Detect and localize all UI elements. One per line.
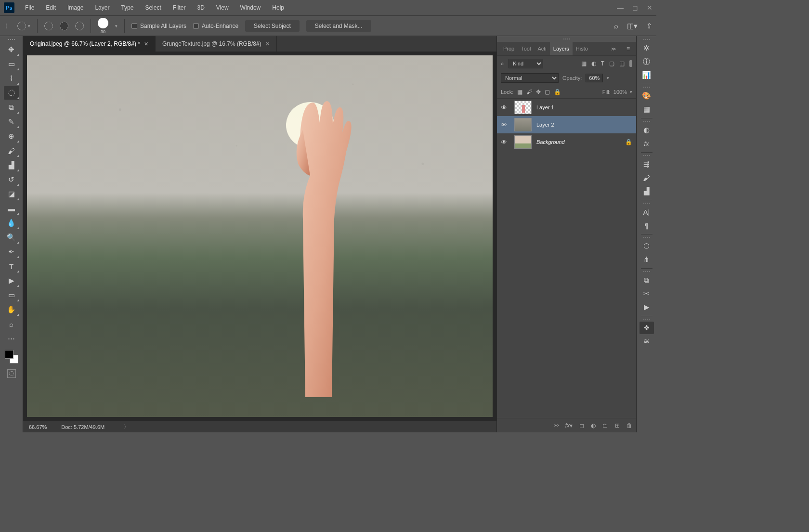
layer-thumbnail[interactable]	[514, 118, 532, 131]
chevron-down-icon[interactable]: ▾	[607, 76, 609, 80]
menu-3d[interactable]: 3D	[192, 1, 209, 14]
grip-icon[interactable]	[643, 271, 650, 272]
menu-help[interactable]: Help	[267, 1, 289, 14]
close-tab-icon[interactable]: ✕	[144, 41, 148, 47]
subtract-selection-icon[interactable]	[75, 22, 84, 30]
adjustment-layer-icon[interactable]: ◐	[591, 422, 596, 429]
zoom-level[interactable]: 66.67%	[29, 424, 47, 430]
lock-transparent-icon[interactable]: ▦	[517, 89, 522, 95]
healing-tool[interactable]: ⊕	[4, 130, 19, 143]
chevron-right-icon[interactable]: 〉	[124, 423, 129, 430]
document-tab[interactable]: Original.jpeg @ 66.7% (Layer 2, RGB/8#) …	[23, 36, 156, 52]
type-tool[interactable]: T	[4, 260, 19, 273]
stamp-tool[interactable]: ▟	[4, 158, 19, 172]
maximize-icon[interactable]: ◻	[632, 4, 638, 12]
eraser-tool[interactable]: ◪	[4, 187, 19, 201]
crop-tool[interactable]: ⧉	[4, 101, 19, 114]
lock-artboard-icon[interactable]: ▢	[545, 89, 550, 95]
grip-icon[interactable]	[8, 39, 15, 40]
delete-layer-icon[interactable]: 🗑	[626, 422, 632, 429]
color-icon[interactable]: 🎨	[639, 90, 654, 102]
sample-all-layers-checkbox[interactable]: Sample All Layers	[131, 23, 186, 29]
panel-grip-icon[interactable]	[497, 36, 636, 42]
doc-info[interactable]: Doc: 5.72M/49.6M	[61, 424, 104, 430]
styles-icon[interactable]: fx	[639, 137, 654, 150]
layer-mask-icon[interactable]: ◻	[579, 422, 584, 429]
history-brush-tool[interactable]: ↺	[4, 173, 19, 186]
eyedropper-tool[interactable]: ✎	[4, 115, 19, 129]
blur-tool[interactable]: 💧	[4, 216, 19, 230]
fill-value[interactable]: 100%	[613, 89, 627, 95]
shape-tool[interactable]: ▭	[4, 288, 19, 302]
layer-name[interactable]: Layer 2	[536, 122, 554, 128]
tab-properties[interactable]: Prop	[500, 42, 518, 55]
layer-row[interactable]: 👁 Background 🔒	[497, 133, 636, 151]
menu-file[interactable]: File	[20, 1, 39, 14]
layer-name[interactable]: Layer 1	[536, 104, 554, 110]
lock-position-icon[interactable]: ✥	[536, 89, 541, 95]
library-icon[interactable]: ⧉	[639, 274, 654, 286]
pen-tool[interactable]: ✒	[4, 245, 19, 259]
canvas[interactable]	[27, 55, 493, 417]
layer-thumbnail[interactable]	[514, 101, 532, 114]
channels-icon[interactable]: ≋	[639, 335, 654, 348]
layer-thumbnail[interactable]	[514, 135, 532, 149]
marquee-tool[interactable]: ▭	[4, 57, 19, 71]
gradient-tool[interactable]: ▬	[4, 202, 19, 215]
quick-select-tool[interactable]	[4, 86, 19, 100]
dodge-tool[interactable]: 🔍	[4, 231, 19, 244]
filter-shape-icon[interactable]: ▢	[609, 60, 614, 67]
link-layers-icon[interactable]: ⚯	[554, 422, 559, 429]
brush-preview-icon[interactable]	[98, 18, 108, 28]
filter-type-icon[interactable]: T	[601, 60, 604, 67]
menu-select[interactable]: Select	[140, 1, 166, 14]
chevron-down-icon[interactable]: ▾	[115, 24, 117, 28]
histogram-icon[interactable]: 📊	[639, 69, 654, 81]
swatches-icon[interactable]: ▦	[639, 103, 654, 116]
new-layer-icon[interactable]: ⊞	[615, 422, 620, 429]
current-tool-icon[interactable]	[17, 22, 26, 30]
grip-icon[interactable]	[643, 203, 650, 204]
filter-kind-select[interactable]: Kind	[509, 59, 543, 68]
grip-icon[interactable]	[643, 237, 650, 238]
paths-icon[interactable]: ⋔	[639, 253, 654, 266]
tab-tool-presets[interactable]: Tool	[518, 42, 534, 55]
brushes-icon[interactable]: 🖌	[639, 171, 654, 184]
wheel-icon[interactable]: ✲	[639, 42, 654, 54]
auto-enhance-checkbox[interactable]: Auto-Enhance	[193, 23, 238, 29]
quick-mask-icon[interactable]	[7, 369, 16, 378]
tab-history[interactable]: Histo	[573, 42, 591, 55]
modify-icon[interactable]: ✂	[639, 287, 654, 300]
filter-adjust-icon[interactable]: ◐	[591, 60, 596, 67]
menu-view[interactable]: View	[211, 1, 234, 14]
color-swatches[interactable]	[5, 350, 18, 363]
grip-icon[interactable]	[643, 121, 650, 122]
group-icon[interactable]: 🗀	[602, 422, 608, 429]
chevron-down-icon[interactable]: ▾	[630, 90, 632, 94]
lock-paint-icon[interactable]: 🖌	[526, 89, 532, 95]
visibility-icon[interactable]: 👁	[501, 139, 509, 146]
move-tool[interactable]: ✥	[4, 43, 19, 56]
workspace-icon[interactable]: ◫▾	[627, 22, 638, 30]
chevron-down-icon[interactable]: ▾	[28, 24, 30, 28]
menu-layer[interactable]: Layer	[90, 1, 114, 14]
filter-toggle-icon[interactable]	[629, 60, 632, 67]
menu-filter[interactable]: Filter	[168, 1, 191, 14]
filter-smart-icon[interactable]: ◫	[619, 60, 625, 67]
opacity-value[interactable]: 60%	[586, 74, 603, 82]
grip-icon[interactable]	[643, 319, 650, 320]
grip-icon[interactable]	[643, 87, 650, 88]
brush-tool[interactable]: 🖌	[4, 144, 19, 157]
add-selection-icon[interactable]	[60, 22, 68, 30]
clone-source-icon[interactable]: ▟	[639, 185, 654, 197]
close-icon[interactable]: ✕	[647, 4, 652, 12]
menu-type[interactable]: Type	[116, 1, 138, 14]
tab-layers[interactable]: Layers	[550, 42, 573, 55]
more-tools[interactable]: ⋯	[4, 332, 19, 345]
search-icon[interactable]: ⌕	[614, 22, 618, 30]
tab-actions[interactable]: Acti	[534, 42, 549, 55]
visibility-icon[interactable]: 👁	[501, 121, 509, 129]
close-tab-icon[interactable]: ✕	[265, 41, 270, 47]
adjustments-icon[interactable]: ◐	[639, 124, 654, 136]
zoom-tool[interactable]: ⌕	[4, 317, 19, 331]
